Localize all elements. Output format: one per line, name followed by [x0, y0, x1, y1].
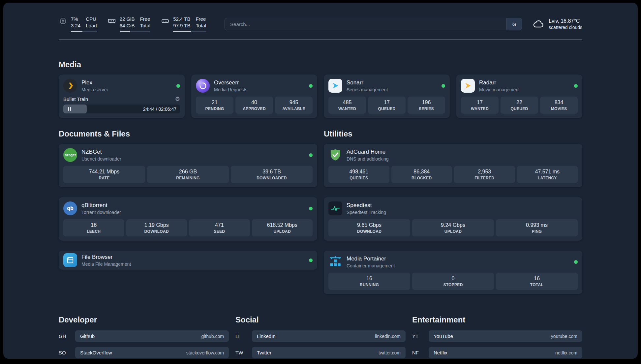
- filebrowser-card[interactable]: File Browser Media File Management: [59, 251, 317, 270]
- bookmark-abbr: NF: [412, 350, 429, 355]
- stat-movies: 834 MOVIES: [540, 97, 578, 114]
- stat-value: 40: [251, 100, 257, 106]
- app-name: Speedtest: [347, 202, 386, 209]
- stat-ping: 0.993 ms PING: [496, 219, 578, 236]
- status-dot: [309, 153, 313, 157]
- app-subtitle: Series management: [347, 87, 388, 92]
- app-subtitle: Movie management: [479, 87, 520, 92]
- stat-available: 945 AVAILABLE: [275, 97, 313, 114]
- weather-widget[interactable]: Lviv, 16.87°C scattered clouds: [533, 18, 582, 30]
- app-subtitle: Media File Management: [81, 261, 131, 267]
- bookmark-abbr: SO: [59, 350, 75, 355]
- qbittorrent-card-header: qb qBittorrent Torrent downloader: [63, 201, 313, 215]
- app-subtitle: DNS and adblocking: [347, 156, 389, 162]
- stat-series: 196 SERIES: [408, 97, 445, 114]
- bookmark-abbr: TW: [235, 350, 252, 355]
- stat-queries: 498,461 QUERIES: [328, 166, 389, 183]
- stat-approved: 40 APPROVED: [235, 97, 273, 114]
- stat-blocked: 86,384 BLOCKED: [391, 166, 452, 183]
- bookmark-github[interactable]: GH Github github.com: [59, 330, 229, 342]
- status-dot: [309, 84, 313, 88]
- ram-progress-bar: [120, 31, 151, 32]
- stat-value: 498,461: [349, 169, 368, 175]
- bookmark-linkedin[interactable]: LI LinkedIn linkedin.com: [235, 330, 406, 342]
- radarr-card[interactable]: Radarr Movie management 17 WANTED 22 QUE…: [456, 75, 582, 118]
- cpu-progress-fill: [71, 31, 82, 32]
- stat-value: 0: [452, 276, 455, 282]
- app-name: AdGuard Home: [347, 149, 389, 155]
- stat-value: 16: [534, 276, 540, 282]
- pause-button[interactable]: [63, 107, 75, 111]
- nzbget-stats: 744.21 Mbps RATE 266 GB REMAINING 39.6 T…: [63, 166, 313, 183]
- stat-label: UPLOAD: [274, 229, 291, 234]
- stat-value: 834: [555, 100, 564, 106]
- bookmark-name: Twitter: [257, 350, 271, 355]
- bookmark-netflix[interactable]: NF Netflix netflix.com: [412, 347, 582, 358]
- search-input[interactable]: [225, 18, 506, 30]
- bookmark-url: netflix.com: [555, 350, 577, 355]
- search-bar: G: [225, 18, 522, 30]
- documents-section: Documents & Files nzbget NZBGet Usenet d…: [59, 118, 317, 270]
- app-name: Sonarr: [347, 79, 388, 86]
- stat-label: REMAINING: [176, 176, 199, 180]
- bookmark-pill[interactable]: LinkedIn linkedin.com: [252, 330, 406, 342]
- sonarr-card-header: Sonarr Series management: [328, 79, 445, 93]
- stat-upload: 618.52 Mbps UPLOAD: [252, 219, 313, 236]
- qbittorrent-card[interactable]: qb qBittorrent Torrent downloader 16 LEE…: [59, 197, 317, 241]
- sonarr-stats: 485 WANTED 17 QUEUED 196 SERIES: [328, 97, 445, 114]
- topbar-divider: [59, 40, 582, 40]
- app-subtitle: Media Requests: [214, 87, 247, 92]
- bookmark-pill[interactable]: StackOverflow stackoverflow.com: [75, 347, 229, 358]
- ram-icon: [107, 17, 116, 25]
- ram-progress-fill: [120, 31, 130, 32]
- disk-icon: [161, 17, 169, 25]
- bookmark-pill[interactable]: Twitter twitter.com: [252, 347, 406, 358]
- stat-value: 485: [343, 100, 352, 106]
- section-title-documents: Documents & Files: [59, 129, 317, 138]
- portainer-card-header: Media Portainer Container management: [328, 255, 578, 269]
- search-engine-button[interactable]: G: [506, 18, 522, 30]
- disk-progress-fill: [173, 31, 191, 32]
- overseerr-card-header: Overseerr Media Requests: [196, 79, 313, 93]
- bookmark-abbr: LI: [235, 333, 252, 339]
- stat-latency: 47.571 ms LATENCY: [517, 166, 578, 183]
- stat-label: LATENCY: [538, 176, 557, 180]
- app-subtitle: Torrent downloader: [81, 210, 121, 215]
- speedtest-card[interactable]: Speedtest Speedtest Tracking 9.65 Gbps D…: [324, 197, 582, 241]
- stat-download: 9.65 Gbps DOWNLOAD: [328, 219, 410, 236]
- bookmark-pill[interactable]: YouTube youtube.com: [429, 330, 582, 342]
- bookmark-pill[interactable]: Github github.com: [75, 330, 229, 342]
- bookmark-youtube[interactable]: YT YouTube youtube.com: [412, 330, 582, 342]
- stat-value: 47.571 ms: [535, 169, 560, 175]
- disk-total-value: 97.9 TB: [173, 22, 190, 29]
- section-title-developer: Developer: [59, 315, 229, 324]
- cpu-usage-value: 7%: [71, 16, 80, 22]
- app-name: Plex: [81, 79, 108, 86]
- plex-card[interactable]: Plex Media server Bullet Train ⚙ 24:44 /…: [59, 75, 185, 118]
- bookmark-pill[interactable]: Netflix netflix.com: [429, 347, 582, 358]
- app-subtitle: Container management: [347, 263, 395, 268]
- playback-bar[interactable]: 24:44 / 02:06:47: [63, 105, 180, 113]
- filebrowser-card-header: File Browser Media File Management: [63, 253, 313, 267]
- bookmark-twitter[interactable]: TW Twitter twitter.com: [235, 347, 406, 358]
- stat-value: 2,953: [478, 169, 491, 175]
- app-name: File Browser: [81, 254, 131, 260]
- stat-value: 86,384: [413, 169, 430, 175]
- portainer-card[interactable]: Media Portainer Container management 16 …: [324, 251, 582, 294]
- status-dot: [309, 207, 313, 210]
- nzbget-card[interactable]: nzbget NZBGet Usenet downloader 744.21 M…: [59, 144, 317, 187]
- ram-metric: 22 GiB 64 GiB Free Total: [107, 16, 151, 32]
- stat-total: 16 TOTAL: [496, 273, 578, 290]
- stat-label: TOTAL: [530, 283, 543, 287]
- overseerr-card[interactable]: Overseerr Media Requests 21 PENDING 40 A…: [191, 75, 317, 118]
- bookmark-stackoverflow[interactable]: SO StackOverflow stackoverflow.com: [59, 347, 229, 358]
- qbittorrent-icon-text: qb: [67, 205, 74, 211]
- qbittorrent-stats: 16 LEECH 1.19 Gbps DOWNLOAD 471 SEED 6: [63, 219, 313, 236]
- qbittorrent-icon: qb: [63, 201, 77, 215]
- stat-value: 0.993 ms: [526, 222, 548, 228]
- adguard-card[interactable]: AdGuard Home DNS and adblocking 498,461 …: [324, 144, 582, 187]
- sonarr-card[interactable]: Sonarr Series management 485 WANTED 17 Q…: [324, 75, 450, 118]
- media-section: Plex Media server Bullet Train ⚙ 24:44 /…: [59, 75, 582, 118]
- gear-icon[interactable]: ⚙: [175, 96, 180, 102]
- adguard-stats: 498,461 QUERIES 86,384 BLOCKED 2,953 FIL…: [328, 166, 578, 183]
